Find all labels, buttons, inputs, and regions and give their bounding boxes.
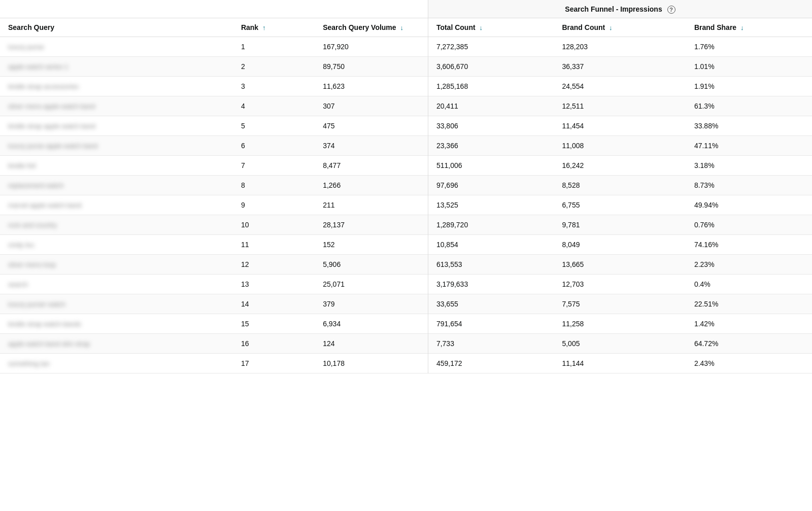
search-query-table: Search Funnel - Impressions ? Search Que… xyxy=(0,0,812,373)
cell-query: silver mens loop xyxy=(0,255,233,275)
query-text: replacement watch xyxy=(8,182,63,189)
query-text: apple watch band slim strap xyxy=(8,340,90,348)
cell-rank: 16 xyxy=(233,334,315,354)
help-icon[interactable]: ? xyxy=(667,6,675,14)
search-funnel-header: Search Funnel - Impressions ? xyxy=(428,0,812,18)
cell-brand-share: 0.76% xyxy=(686,215,812,235)
cell-query: kindle foil xyxy=(0,156,233,176)
cell-total-count: 7,733 xyxy=(428,334,554,354)
cell-sqv: 475 xyxy=(315,116,428,136)
query-text: kindle strap watch-bands xyxy=(8,320,81,328)
cell-rank: 3 xyxy=(233,77,315,96)
cell-sqv: 25,071 xyxy=(315,275,428,294)
table-row: cindy lou1115210,8548,04974.16% xyxy=(0,235,812,255)
cell-sqv: 8,477 xyxy=(315,156,428,176)
brand-count-label: Brand Count xyxy=(562,23,605,31)
cell-brand-count: 24,554 xyxy=(554,77,686,96)
cell-total-count: 791,654 xyxy=(428,314,554,334)
cell-query: luxury purse apple watch band xyxy=(0,136,233,156)
rank-sort-asc-icon[interactable]: ↑ xyxy=(262,24,266,31)
empty-header-2 xyxy=(233,0,315,18)
table-row: luxury purse apple watch band637423,3661… xyxy=(0,136,812,156)
cell-brand-share: 2.23% xyxy=(686,255,812,275)
sqv-sort-desc-icon[interactable]: ↓ xyxy=(400,24,404,31)
query-text: cindy lou xyxy=(8,241,34,249)
cell-rank: 12 xyxy=(233,255,315,275)
cell-sqv: 124 xyxy=(315,334,428,354)
cell-sqv: 167,920 xyxy=(315,37,428,57)
cell-sqv: 1,266 xyxy=(315,176,428,195)
cell-brand-count: 8,049 xyxy=(554,235,686,255)
cell-sqv: 89,750 xyxy=(315,57,428,77)
cell-query: luxury purse xyxy=(0,37,233,57)
cell-brand-count: 7,575 xyxy=(554,294,686,314)
cell-query: marvel apple watch band xyxy=(0,195,233,215)
cell-sqv: 152 xyxy=(315,235,428,255)
table-row: marvel apple watch band921113,5256,75549… xyxy=(0,195,812,215)
brand-count-sort-desc-icon[interactable]: ↓ xyxy=(609,24,613,31)
cell-total-count: 511,006 xyxy=(428,156,554,176)
cell-sqv: 6,934 xyxy=(315,314,428,334)
cell-brand-count: 36,337 xyxy=(554,57,686,77)
cell-total-count: 3,606,670 xyxy=(428,57,554,77)
cell-sqv: 211 xyxy=(315,195,428,215)
th-brand-share: Brand Share ↓ xyxy=(686,18,812,37)
table-row: replacement watch81,26697,6968,5288.73% xyxy=(0,176,812,195)
search-funnel-label: Search Funnel - Impressions xyxy=(565,5,662,13)
table-row: kindle strap accessories311,6231,285,168… xyxy=(0,77,812,96)
cell-total-count: 613,553 xyxy=(428,255,554,275)
cell-rank: 17 xyxy=(233,354,315,373)
query-text: rock and country xyxy=(8,221,57,229)
cell-brand-share: 33.88% xyxy=(686,116,812,136)
query-text: marvel apple watch band xyxy=(8,201,82,209)
cell-total-count: 13,525 xyxy=(428,195,554,215)
cell-total-count: 1,289,720 xyxy=(428,215,554,235)
rank-label: Rank xyxy=(241,23,258,31)
cell-rank: 5 xyxy=(233,116,315,136)
cell-total-count: 23,366 xyxy=(428,136,554,156)
cell-query: apple watch band slim strap xyxy=(0,334,233,354)
cell-brand-count: 11,258 xyxy=(554,314,686,334)
table-row: luxury purser watch1437933,6557,57522.51… xyxy=(0,294,812,314)
table-row: apple watch band slim strap161247,7335,0… xyxy=(0,334,812,354)
query-text: kindle foil xyxy=(8,162,36,169)
cell-brand-share: 2.43% xyxy=(686,354,812,373)
cell-brand-count: 6,755 xyxy=(554,195,686,215)
table-row: search1325,0713,179,63312,7030.4% xyxy=(0,275,812,294)
th-brand-count: Brand Count ↓ xyxy=(554,18,686,37)
th-search-query: Search Query xyxy=(0,18,233,37)
table-row: something tan1710,178459,17211,1442.43% xyxy=(0,354,812,373)
cell-rank: 1 xyxy=(233,37,315,57)
sqv-label: Search Query Volume xyxy=(323,23,396,31)
query-text: silver mens apple watch band xyxy=(8,103,95,110)
cell-query: kindle strap accessories xyxy=(0,77,233,96)
empty-header-1 xyxy=(0,0,233,18)
cell-query: silver mens apple watch band xyxy=(0,96,233,116)
column-headers-row: Search Query Rank ↑ Search Query Volume … xyxy=(0,18,812,37)
cell-rank: 9 xyxy=(233,195,315,215)
cell-rank: 11 xyxy=(233,235,315,255)
total-sort-desc-icon[interactable]: ↓ xyxy=(480,24,483,31)
query-text: search xyxy=(8,281,28,288)
brand-share-label: Brand Share xyxy=(694,23,736,31)
table-row: luxury purse1167,9207,272,385128,2031.76… xyxy=(0,37,812,57)
cell-brand-count: 11,454 xyxy=(554,116,686,136)
cell-sqv: 374 xyxy=(315,136,428,156)
th-sqv: Search Query Volume ↓ xyxy=(315,18,428,37)
table-row: silver mens loop125,906613,55313,6652.23… xyxy=(0,255,812,275)
cell-sqv: 307 xyxy=(315,96,428,116)
cell-query: something tan xyxy=(0,354,233,373)
cell-query: cindy lou xyxy=(0,235,233,255)
cell-brand-share: 1.91% xyxy=(686,77,812,96)
cell-sqv: 28,137 xyxy=(315,215,428,235)
cell-total-count: 20,411 xyxy=(428,96,554,116)
cell-brand-count: 128,203 xyxy=(554,37,686,57)
cell-sqv: 10,178 xyxy=(315,354,428,373)
query-text: luxury purser watch xyxy=(8,300,65,308)
brand-share-sort-desc-icon[interactable]: ↓ xyxy=(740,24,744,31)
group-header-row: Search Funnel - Impressions ? xyxy=(0,0,812,18)
cell-brand-share: 0.4% xyxy=(686,275,812,294)
cell-brand-count: 8,528 xyxy=(554,176,686,195)
cell-brand-share: 64.72% xyxy=(686,334,812,354)
table-row: kindle strap watch-bands156,934791,65411… xyxy=(0,314,812,334)
